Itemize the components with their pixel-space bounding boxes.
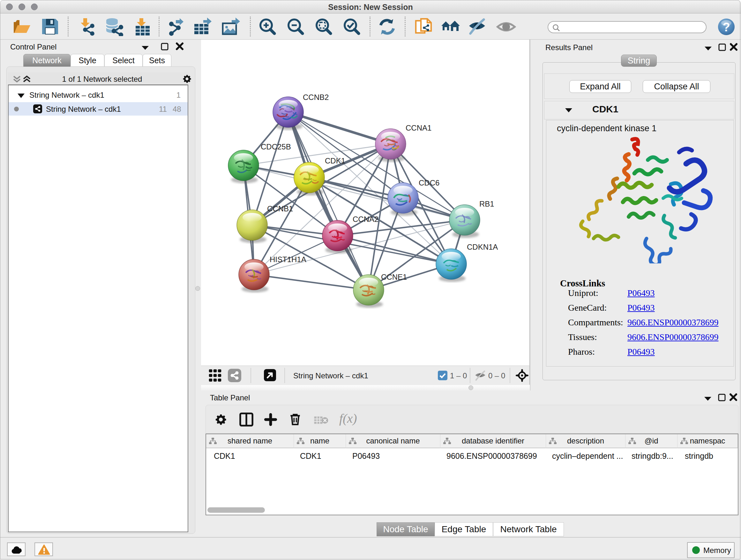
svg-text:CCNA1: CCNA1 [406, 124, 431, 132]
svg-text:HIST1H1A: HIST1H1A [270, 255, 307, 264]
svg-text:CDC25B: CDC25B [261, 142, 291, 151]
svg-text:CCNA2: CCNA2 [353, 215, 379, 224]
svg-text:CCNE1: CCNE1 [381, 273, 407, 281]
svg-text:CCNB1: CCNB1 [267, 204, 293, 213]
svg-text:CDKN1A: CDKN1A [467, 243, 498, 251]
svg-text:CDC6: CDC6 [419, 179, 440, 187]
svg-text:CCNB2: CCNB2 [303, 93, 329, 102]
svg-text:CDK1: CDK1 [325, 157, 345, 165]
svg-text:?: ? [723, 20, 730, 34]
svg-text:RB1: RB1 [479, 199, 494, 208]
